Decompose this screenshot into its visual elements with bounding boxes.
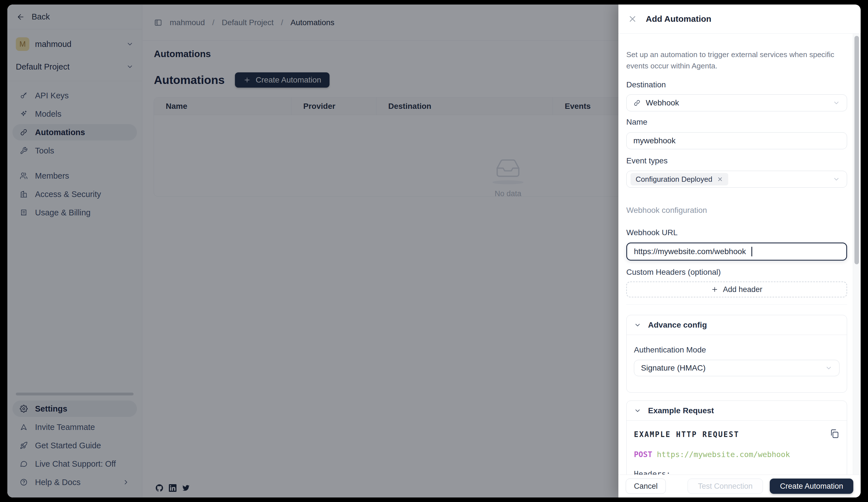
plus-icon (711, 286, 719, 293)
drawer-scrollbar[interactable] (853, 34, 861, 474)
advance-config-header[interactable]: Advance config (627, 315, 847, 335)
chevron-down-icon (634, 407, 641, 414)
example-request-header[interactable]: Example Request (627, 401, 847, 421)
name-label: Name (626, 117, 847, 127)
event-type-tag-label: Configuration Deployed (636, 175, 712, 184)
example-request-line: POST https://mywebsite.com/webhook (634, 450, 839, 459)
link-icon (633, 99, 641, 107)
drawer-footer: Cancel Test Connection Create Automation (618, 474, 861, 498)
example-headers-line: Headers: (634, 470, 839, 474)
destination-label: Destination (626, 80, 847, 90)
webhook-config-section-label: Webhook configuration (626, 206, 847, 215)
webhook-url-input[interactable]: https://mywebsite.com/webhook (626, 242, 847, 261)
http-url: https://mywebsite.com/webhook (657, 450, 790, 459)
chevron-down-icon (833, 175, 840, 183)
drawer-title: Add Automation (646, 14, 711, 24)
app-window: Back M mahmoud Default Project (7, 4, 861, 498)
close-icon[interactable] (628, 14, 637, 24)
divider (626, 304, 847, 305)
auth-mode-select[interactable]: Signature (HMAC) (634, 360, 839, 376)
name-value: mywebhook (633, 136, 675, 145)
example-http-heading: EXAMPLE HTTP REQUEST (634, 429, 739, 439)
name-input[interactable]: mywebhook (626, 132, 847, 149)
drawer-body: Set up an automation to trigger external… (618, 34, 861, 474)
advance-config-body: Authentication Mode Signature (HMAC) (627, 345, 847, 392)
chevron-down-icon (825, 364, 833, 372)
chevron-down-icon (833, 99, 840, 107)
example-request-title: Example Request (648, 406, 714, 415)
create-automation-submit-button[interactable]: Create Automation (770, 479, 853, 494)
tag-remove-icon[interactable] (717, 176, 723, 182)
add-automation-drawer: Add Automation Set up an automation to t… (618, 4, 861, 498)
event-types-select[interactable]: Configuration Deployed (626, 171, 847, 188)
advance-config-title: Advance config (648, 321, 707, 330)
test-connection-button[interactable]: Test Connection (688, 479, 763, 494)
destination-value: Webhook (646, 98, 679, 108)
example-request-panel: Example Request EXAMPLE HTTP REQUEST POS… (626, 401, 847, 474)
webhook-url-label: Webhook URL (626, 228, 847, 238)
chevron-down-icon (634, 321, 641, 329)
webhook-url-value: https://mywebsite.com/webhook (634, 247, 746, 256)
add-header-button[interactable]: Add header (626, 282, 847, 297)
custom-headers-label: Custom Headers (optional) (626, 268, 847, 277)
example-request-body: EXAMPLE HTTP REQUEST POST https://mywebs… (627, 429, 847, 474)
event-types-label: Event types (626, 156, 847, 165)
auth-mode-value: Signature (HMAC) (641, 363, 706, 373)
drawer-header: Add Automation (618, 4, 861, 34)
text-caret (751, 247, 752, 257)
destination-select[interactable]: Webhook (626, 94, 847, 111)
add-header-label: Add header (723, 285, 762, 294)
advance-config-panel: Advance config Authentication Mode Signa… (626, 315, 847, 393)
cancel-button[interactable]: Cancel (626, 479, 666, 494)
copy-icon[interactable] (829, 429, 839, 439)
auth-mode-label: Authentication Mode (634, 345, 839, 355)
drawer-scrollbar-thumb[interactable] (855, 36, 859, 264)
event-type-tag: Configuration Deployed (631, 173, 728, 185)
http-method: POST (634, 450, 652, 459)
drawer-description: Set up an automation to trigger external… (626, 49, 847, 71)
